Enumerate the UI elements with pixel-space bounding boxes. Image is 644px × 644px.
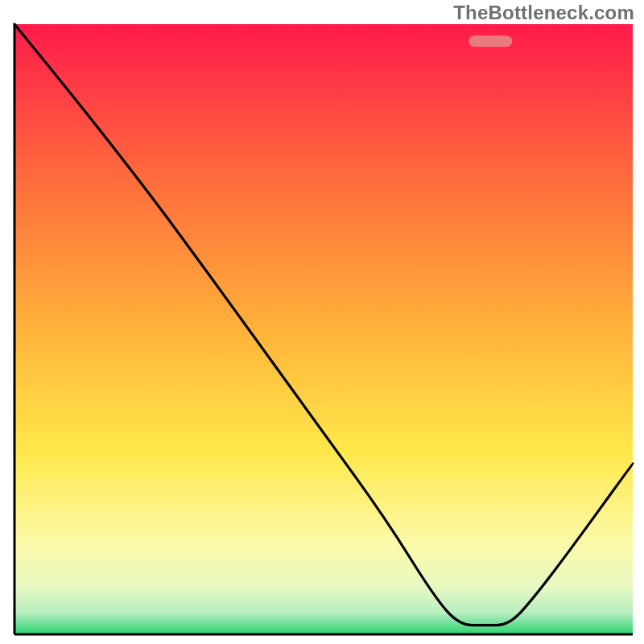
watermark-label: TheBottleneck.com [453, 2, 634, 24]
gradient-background [14, 24, 633, 634]
optimal-marker [469, 35, 512, 47]
chart-canvas [0, 0, 644, 644]
bottleneck-chart: TheBottleneck.com [0, 0, 644, 644]
